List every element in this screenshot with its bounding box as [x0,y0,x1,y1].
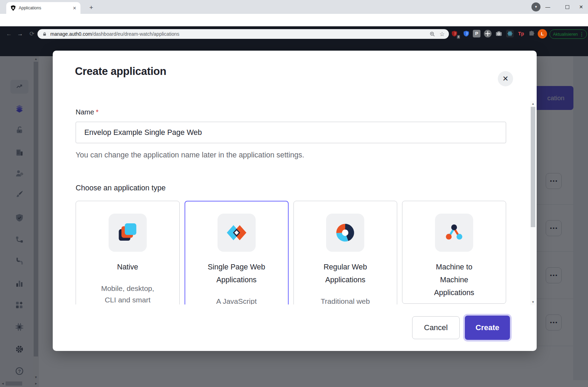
url-text: manage.auth0.com/dashboard/eu/dream-watc… [50,31,179,37]
m2m-tile [435,214,473,252]
scroll-up-icon: ▲ [530,102,536,105]
screen: dream-watch ▾ Discuss your needs Docs ca… [0,0,588,387]
tab-title: Applications [19,6,71,10]
window-close-button[interactable]: ✕ [575,0,587,14]
browser-titlebar: Applications ✕ + ▾ — ✕ [0,0,588,14]
forward-button[interactable]: → [15,29,25,39]
modal-scrollbar[interactable]: ▲ ▼ [530,101,536,305]
p-extension-icon[interactable]: P [472,29,481,38]
back-button[interactable]: ← [4,29,14,39]
ublock-badge: 4 [457,35,460,39]
card-description: Mobile, desktop, CLI and smart [97,283,158,304]
cancel-button[interactable]: Cancel [412,316,460,339]
new-tab-button[interactable]: + [86,3,96,13]
m2m-nodes-icon [443,222,465,244]
name-help-text: You can change the application name late… [76,151,506,160]
card-description: Traditional web [315,295,376,304]
browser-menu-icon[interactable]: ⋮ [579,32,587,37]
required-mark: * [96,108,99,116]
modal-title: Create application [75,65,166,78]
window-maximize-button[interactable] [565,5,569,9]
bookmark-star-icon[interactable]: ☆ [440,31,445,38]
regular-web-swirl-icon [334,222,356,244]
zoom-icon[interactable] [429,31,435,37]
card-single-page-web[interactable]: Single Page Web Applications A JavaScrip… [185,201,289,304]
bitwarden-extension-icon[interactable] [462,29,470,38]
scrollbar-thumb[interactable] [531,107,535,227]
auth0-favicon [10,5,16,11]
modal-footer: Cancel Create [53,304,537,351]
browser-toolbar: ← → ⟳ manage.auth0.com/dashboard/eu/drea… [0,14,588,26]
card-native[interactable]: Native Mobile, desktop, CLI and smart [76,201,180,304]
extensions-puzzle-icon[interactable] [528,29,536,38]
application-name-input[interactable] [76,122,506,143]
spa-diamonds-icon [225,222,248,244]
native-stack-icon [117,222,139,244]
card-title: Regular Web Applications [315,261,375,286]
regular-web-tile [326,214,364,252]
camera-extension-icon[interactable] [495,29,503,38]
download-indicator-icon[interactable]: ▾ [531,2,540,11]
card-title: Native [98,261,157,274]
application-type-cards: Native Mobile, desktop, CLI and smart Si… [76,201,506,304]
window-minimize-button[interactable]: — [542,0,554,14]
browser-profile-avatar[interactable]: L [538,29,547,38]
spa-tile [218,214,256,252]
update-label: Aktualisieren [550,32,579,37]
browser-tab[interactable]: Applications ✕ [6,2,80,14]
reload-button[interactable]: ⟳ [27,29,37,39]
create-application-modal: Create application ✕ Name* You can chang… [53,51,537,351]
lock-icon [42,32,47,37]
tampermonkey-extension-icon[interactable]: Tp [517,29,525,38]
card-regular-web[interactable]: Regular Web Applications Traditional web [293,201,398,304]
name-label: Name* [76,108,506,116]
card-title: Single Page Web Applications [207,261,266,286]
browser-update-button[interactable]: Aktualisieren ⋮ [549,29,587,39]
card-machine-to-machine[interactable]: Machine to Machine Applications [402,201,506,304]
react-devtools-extension-icon[interactable] [506,29,514,38]
move-tool-extension-icon[interactable] [484,29,492,38]
card-title: Machine to Machine Applications [424,261,484,299]
ublock-extension-icon[interactable]: 4 [450,29,459,38]
address-bar[interactable]: manage.auth0.com/dashboard/eu/dream-watc… [37,29,449,39]
create-button[interactable]: Create [465,316,510,340]
close-icon[interactable]: ✕ [498,71,513,86]
scroll-down-icon: ▼ [530,300,536,304]
native-tile [109,214,147,252]
modal-body: Name* You can change the application nam… [53,101,530,304]
card-description: A JavaScript [206,295,267,304]
choose-type-label: Choose an application type [76,184,506,192]
tab-close-icon[interactable]: ✕ [71,6,78,11]
